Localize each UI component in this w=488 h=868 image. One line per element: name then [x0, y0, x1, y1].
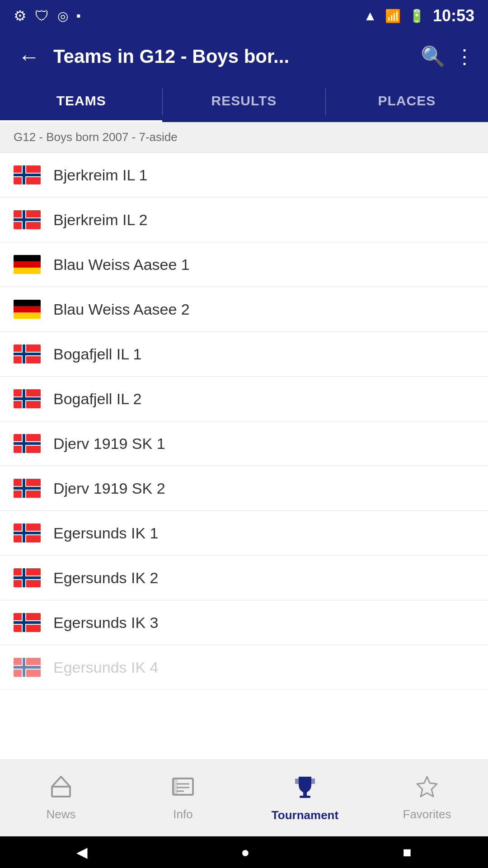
nav-label-tournament: Tournament: [272, 808, 338, 822]
svg-rect-0: [52, 787, 70, 797]
app-bar-actions: 🔍 ⋮: [421, 45, 474, 68]
team-name: Djerv 1919 SK 1: [53, 435, 165, 453]
status-icons-right: ▲ 📶 🔋 10:53: [363, 6, 474, 25]
bottom-nav: News Info Tournament: [0, 760, 488, 836]
team-name: Egersunds IK 3: [53, 614, 158, 632]
info-icon: [171, 775, 195, 804]
status-icons-left: ⚙ 🛡 ◎ ▪: [14, 7, 81, 24]
nav-item-tournament[interactable]: Tournament: [244, 760, 366, 836]
flag-no: [14, 210, 41, 229]
status-bar: ⚙ 🛡 ◎ ▪ ▲ 📶 🔋 10:53: [0, 0, 488, 32]
flag-de: [14, 255, 41, 274]
team-name: Bogafjell IL 1: [53, 345, 141, 363]
list-item[interactable]: Bjerkreim IL 2: [0, 198, 488, 242]
team-name: Blau Weiss Aasee 2: [53, 301, 190, 318]
memory-icon: ▪: [76, 9, 81, 23]
settings-icon: ⚙: [14, 7, 27, 24]
team-name: Egersunds IK 4: [53, 659, 158, 676]
team-name: Bjerkreim IL 1: [53, 166, 147, 184]
android-home-button[interactable]: ●: [241, 844, 249, 861]
battery-icon: 🔋: [409, 9, 425, 24]
status-time: 10:53: [433, 6, 474, 25]
shield-icon: 🛡: [35, 8, 49, 24]
team-name: Blau Weiss Aasee 1: [53, 256, 190, 274]
android-recent-button[interactable]: ■: [403, 844, 411, 861]
android-back-button[interactable]: ◀: [76, 844, 88, 861]
tab-places[interactable]: PLACES: [326, 81, 488, 122]
team-name: Djerv 1919 SK 2: [53, 480, 165, 497]
list-item[interactable]: Djerv 1919 SK 1: [0, 421, 488, 466]
nav-item-info[interactable]: Info: [122, 760, 244, 836]
team-list: Bjerkreim IL 1 Bjerkreim IL 2 Blau Weiss…: [0, 153, 488, 763]
nav-label-news: News: [46, 807, 75, 821]
list-item[interactable]: Egersunds IK 1: [0, 511, 488, 556]
list-item[interactable]: Bogafjell IL 2: [0, 377, 488, 421]
flag-no: [14, 658, 41, 677]
flag-no: [14, 613, 41, 632]
back-button[interactable]: ←: [14, 40, 44, 74]
wifi-icon: ▲: [363, 8, 377, 24]
favorites-icon: [415, 775, 439, 804]
team-name: Bjerkreim IL 2: [53, 211, 147, 229]
list-item[interactable]: Bjerkreim IL 1: [0, 153, 488, 198]
list-item[interactable]: Djerv 1919 SK 2: [0, 466, 488, 511]
nav-item-news[interactable]: News: [0, 760, 122, 836]
team-name: Egersunds IK 2: [53, 569, 158, 587]
tab-results[interactable]: RESULTS: [163, 81, 325, 122]
tournament-icon: [292, 774, 318, 805]
flag-no: [14, 389, 41, 408]
android-nav: ◀ ● ■: [0, 836, 488, 868]
svg-marker-9: [417, 777, 437, 797]
svg-marker-1: [52, 777, 70, 787]
nav-label-info: Info: [173, 807, 192, 821]
list-item[interactable]: Egersunds IK 2: [0, 556, 488, 600]
flag-no: [14, 434, 41, 453]
list-item[interactable]: Blau Weiss Aasee 2: [0, 287, 488, 332]
team-name: Bogafjell IL 2: [53, 390, 141, 408]
search-button[interactable]: 🔍: [421, 45, 446, 68]
svg-rect-6: [173, 778, 178, 795]
news-icon: [49, 775, 73, 804]
brightness-icon: ◎: [57, 9, 68, 24]
nav-item-favorites[interactable]: Favorites: [366, 760, 488, 836]
list-item[interactable]: Egersunds IK 4: [0, 645, 488, 690]
tab-teams[interactable]: TEAMS: [0, 81, 162, 122]
list-item[interactable]: Blau Weiss Aasee 1: [0, 242, 488, 287]
list-item[interactable]: Bogafjell IL 1: [0, 332, 488, 377]
flag-no: [14, 344, 41, 363]
page-title: Teams in G12 - Boys bor...: [53, 46, 412, 67]
team-name: Egersunds IK 1: [53, 524, 158, 542]
flag-no: [14, 479, 41, 498]
section-header: G12 - Boys born 2007 - 7-aside: [0, 122, 488, 153]
list-item[interactable]: Egersunds IK 3: [0, 600, 488, 645]
svg-rect-8: [300, 796, 310, 798]
nav-label-favorites: Favorites: [403, 807, 451, 821]
signal-icon: 📶: [385, 9, 401, 24]
flag-no: [14, 568, 41, 587]
tabs-bar: TEAMS RESULTS PLACES: [0, 81, 488, 122]
svg-rect-7: [303, 792, 307, 796]
flag-no: [14, 524, 41, 542]
flag-no: [14, 165, 41, 184]
more-button[interactable]: ⋮: [455, 45, 474, 68]
app-bar: ← Teams in G12 - Boys bor... 🔍 ⋮: [0, 32, 488, 81]
flag-de: [14, 300, 41, 319]
